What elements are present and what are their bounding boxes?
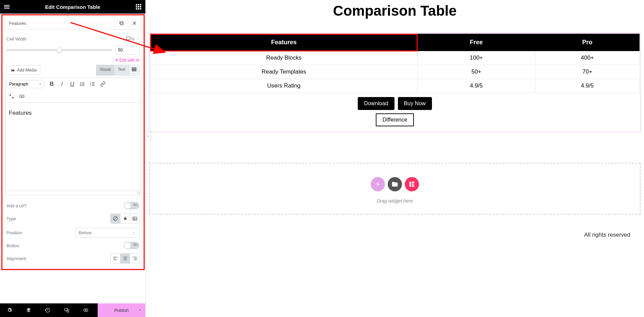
- add-media-button[interactable]: Add Media: [6, 65, 40, 75]
- button-row: Button No: [5, 240, 141, 251]
- svg-rect-4: [138, 4, 139, 5]
- table-header-pro[interactable]: Pro: [535, 34, 639, 51]
- tab-text[interactable]: Text: [114, 65, 129, 76]
- type-none-icon[interactable]: [111, 214, 120, 223]
- table-header-features[interactable]: Features: [150, 34, 418, 51]
- desktop-icon[interactable]: [126, 36, 131, 42]
- navigator-icon[interactable]: [19, 303, 38, 317]
- comparison-table: Features Free Pro Ready Blocks100+400+ R…: [150, 34, 640, 93]
- download-button[interactable]: Download: [358, 97, 394, 110]
- svg-rect-3: [136, 4, 137, 5]
- sparkle-icon: ✦: [115, 58, 118, 63]
- underline-icon[interactable]: U: [67, 79, 77, 89]
- svg-rect-37: [20, 96, 20, 96]
- edit-with-ai-link[interactable]: ✦Edit with AI: [5, 58, 141, 65]
- paragraph-select[interactable]: Paragraph: [7, 80, 44, 88]
- svg-rect-23: [132, 70, 136, 71]
- panel-footer: Publish: [0, 303, 145, 317]
- toolbar-toggle-icon[interactable]: [129, 65, 140, 76]
- align-right-icon[interactable]: [130, 254, 139, 263]
- svg-rect-16: [126, 37, 130, 39]
- cell-width-input[interactable]: [116, 46, 140, 54]
- unit-selector[interactable]: %: [131, 37, 140, 42]
- item-title[interactable]: Features: [5, 18, 115, 29]
- widget-dropzone[interactable]: + Drag widget here: [149, 163, 641, 215]
- cell-width-slider[interactable]: [6, 49, 112, 51]
- editor-toolbar-2: [5, 90, 141, 102]
- svg-rect-11: [140, 8, 141, 10]
- type-button-group: [110, 213, 140, 224]
- button-toggle[interactable]: No: [124, 242, 140, 249]
- svg-rect-0: [4, 5, 10, 6]
- elementskit-icon[interactable]: [405, 177, 419, 191]
- bullet-list-icon[interactable]: [78, 79, 87, 89]
- svg-rect-46: [113, 257, 117, 257]
- panel-collapse-handle[interactable]: ‹: [146, 131, 151, 141]
- link-icon[interactable]: [98, 79, 108, 89]
- svg-rect-1: [4, 6, 10, 7]
- svg-rect-29: [82, 85, 84, 85]
- table-row: Users Rating4.9/54.9/5: [150, 79, 640, 93]
- difference-button[interactable]: Difference: [376, 113, 414, 126]
- rich-text-editor[interactable]: Features: [5, 102, 141, 191]
- svg-rect-39: [22, 96, 22, 96]
- align-center-icon[interactable]: [120, 254, 130, 263]
- button-label: Button: [6, 243, 124, 248]
- svg-point-28: [80, 85, 81, 86]
- panel-title: Edit Comparison Table: [11, 4, 134, 10]
- svg-rect-8: [140, 6, 141, 7]
- add-url-label: Add a url?: [6, 203, 124, 208]
- svg-rect-31: [92, 82, 95, 83]
- table-header-free[interactable]: Free: [417, 34, 535, 51]
- svg-point-45: [134, 218, 134, 219]
- close-icon[interactable]: [128, 17, 141, 29]
- position-select[interactable]: Before: [75, 228, 140, 238]
- tab-visual[interactable]: Visual: [96, 65, 114, 76]
- preview-icon[interactable]: [76, 303, 95, 317]
- svg-rect-53: [134, 258, 137, 258]
- history-icon[interactable]: [38, 303, 57, 317]
- responsive-icon[interactable]: [57, 303, 76, 317]
- svg-rect-13: [119, 21, 122, 24]
- svg-point-20: [12, 69, 13, 69]
- footer-text: All rights reserved: [146, 221, 644, 249]
- canvas: ‹ Comparison Table Features Free Pro Rea…: [146, 0, 644, 317]
- publish-button[interactable]: Publish: [98, 303, 145, 317]
- buy-now-button[interactable]: Buy Now: [398, 97, 432, 110]
- add-section-icon[interactable]: +: [371, 177, 385, 191]
- italic-icon[interactable]: I: [57, 79, 67, 89]
- keyboard-icon[interactable]: [17, 92, 27, 101]
- svg-rect-27: [82, 84, 84, 84]
- item-header: Features: [5, 17, 141, 30]
- editor-top-row: Add Media Visual Text: [5, 65, 141, 78]
- type-label: Type: [6, 216, 110, 221]
- svg-rect-7: [138, 6, 139, 7]
- svg-rect-48: [113, 259, 116, 260]
- settings-icon[interactable]: [0, 303, 19, 317]
- panel-header: Edit Comparison Table: [0, 0, 145, 14]
- widgets-grid-icon[interactable]: [134, 4, 143, 10]
- position-row: Position Before: [5, 226, 141, 240]
- numbered-list-icon[interactable]: 123: [88, 79, 97, 89]
- chevron-up-icon: [138, 308, 142, 313]
- template-library-icon[interactable]: [388, 177, 402, 191]
- svg-rect-6: [136, 6, 137, 7]
- alignment-label: Alignment: [6, 256, 110, 261]
- menu-icon[interactable]: [3, 4, 11, 10]
- type-star-icon[interactable]: [120, 214, 130, 223]
- duplicate-icon[interactable]: [115, 17, 128, 29]
- alignment-button-group: [110, 253, 140, 264]
- align-left-icon[interactable]: [111, 254, 120, 263]
- svg-rect-52: [133, 257, 137, 257]
- bold-icon[interactable]: B: [47, 79, 57, 89]
- editor-resize-handle[interactable]: [5, 191, 141, 195]
- cell-width-label: Cell Width: [6, 36, 145, 42]
- svg-rect-51: [124, 259, 127, 260]
- add-url-toggle[interactable]: No: [124, 202, 140, 209]
- svg-point-26: [80, 84, 81, 85]
- comparison-table-widget[interactable]: Features Free Pro Ready Blocks100+400+ R…: [149, 33, 641, 132]
- fullscreen-icon[interactable]: [7, 92, 16, 101]
- svg-rect-33: [92, 84, 95, 84]
- type-image-icon[interactable]: [130, 214, 139, 223]
- editor-panel: Edit Comparison Table Features Cell Widt…: [0, 0, 146, 317]
